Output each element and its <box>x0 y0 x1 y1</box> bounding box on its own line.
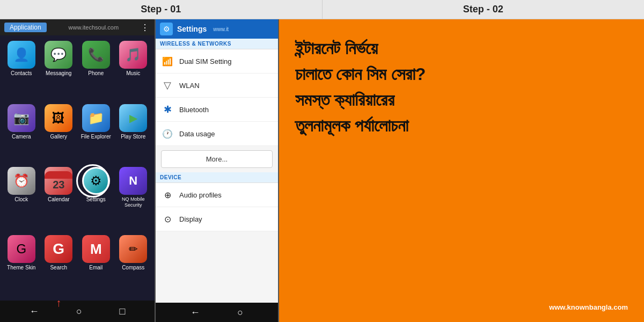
theme-skin-label: Theme Skin <box>7 265 35 271</box>
file-explorer-icon: 📁 <box>82 104 110 132</box>
wireless-networks-header: WIRELESS & NETWORKS <box>156 39 278 49</box>
display-icon: ⊙ <box>161 213 174 225</box>
clock-label: Clock <box>14 196 28 203</box>
settings-item-data-usage[interactable]: 🕐 Data usage <box>156 122 278 146</box>
calendar-label: Calendar <box>48 196 70 203</box>
app-music[interactable]: 🎵 Music <box>116 41 151 101</box>
dual-sim-icon: 📶 <box>161 55 174 68</box>
audio-profiles-label: Audio profiles <box>179 191 222 199</box>
messaging-label: Messaging <box>46 70 71 77</box>
settings-title: Settings <box>177 25 207 33</box>
text-panel: ইন্টারনেট নির্ভয়ে চালাতে কোন সিম সেরা? … <box>279 19 644 322</box>
menu-dots[interactable]: ⋮ <box>141 23 150 33</box>
app-grid: 👤 Contacts 💬 Messaging 📞 Phone 🎵 Music 📷 <box>0 35 155 301</box>
more-button-label: More... <box>206 155 228 163</box>
phone1-screen: Application www.itechsoul.com ⋮ 👤 Contac… <box>0 19 156 322</box>
email-icon: M <box>82 235 110 263</box>
settings-url: www.it <box>213 26 229 32</box>
search-icon: G <box>45 235 72 263</box>
heading-line4: তুলনামূলক পর্যালোচনা <box>295 116 408 135</box>
step1-label: Step - 01 <box>130 4 192 14</box>
app-messaging[interactable]: 💬 Messaging <box>42 41 76 101</box>
bluetooth-icon: ✱ <box>161 103 174 116</box>
settings-item-dual-sim[interactable]: 📶 Dual SIM Setting <box>156 49 278 74</box>
clock-icon: ⏰ <box>8 167 35 195</box>
app-search[interactable]: G Search ↑ <box>42 235 76 295</box>
header: Step - 01 Step - 02 <box>0 0 644 19</box>
app-calendar[interactable]: 23 Calendar <box>42 167 76 232</box>
app-contacts[interactable]: 👤 Contacts <box>4 41 39 101</box>
theme-skin-icon: G <box>8 235 35 263</box>
phone2-home-button[interactable]: ○ <box>237 307 243 318</box>
settings-label: Settings <box>86 196 106 203</box>
app-email[interactable]: M Email <box>79 235 113 295</box>
phone2-back-button[interactable]: ← <box>191 307 200 318</box>
device-section-header: DEVICE <box>156 172 278 183</box>
back-button[interactable]: ← <box>30 306 39 317</box>
nq-mobile-label: NQ Mobile Security <box>116 196 151 208</box>
heading-line2: চালাতে কোন সিম সেরা? <box>295 64 426 84</box>
file-explorer-label: File Explorer <box>81 134 111 140</box>
phone-label: Phone <box>88 70 104 77</box>
app-play-store[interactable]: ▶ Play Store <box>116 104 151 164</box>
app-theme-skin[interactable]: G Theme Skin <box>4 235 39 295</box>
more-button[interactable]: More... ← <box>161 150 273 168</box>
dual-sim-label: Dual SIM Setting <box>179 57 232 65</box>
search-arrow-up: ↑ <box>56 297 61 309</box>
camera-icon: 📷 <box>8 104 35 132</box>
app-file-explorer[interactable]: 📁 File Explorer <box>79 104 113 164</box>
app-clock[interactable]: ⏰ Clock <box>4 167 39 232</box>
audio-profiles-icon: ⊕ <box>161 188 174 201</box>
compass-icon: ✏ <box>119 235 147 263</box>
data-usage-icon: 🕐 <box>161 127 174 140</box>
gallery-icon: 🖼 <box>45 104 72 132</box>
heading-line3: সমস্ত ক্যারিয়ারের <box>295 90 394 109</box>
app-gallery[interactable]: 🖼 Gallery <box>42 104 76 164</box>
settings-item-wlan[interactable]: ▽ WLAN <box>156 74 278 98</box>
step2-label: Step - 02 <box>452 4 514 14</box>
email-label: Email <box>89 265 103 271</box>
gallery-label: Gallery <box>50 134 67 140</box>
settings-topbar: ⚙ Settings www.it <box>156 19 278 39</box>
application-tab[interactable]: Application <box>4 23 47 32</box>
phone-icon: 📞 <box>82 41 110 69</box>
settings-item-display[interactable]: ⊙ Display <box>156 207 278 231</box>
app-compass[interactable]: ✏ Compass <box>116 235 151 295</box>
settings-item-bluetooth[interactable]: ✱ Bluetooth <box>156 98 278 122</box>
camera-label: Camera <box>12 134 31 140</box>
recent-button[interactable]: □ <box>119 306 125 317</box>
data-usage-label: Data usage <box>179 130 215 138</box>
compass-label: Compass <box>122 265 144 271</box>
search-label: Search <box>50 265 67 271</box>
nq-mobile-icon: N <box>119 167 147 195</box>
phone1-nav: ← ○ □ <box>0 301 155 322</box>
main-content: Application www.itechsoul.com ⋮ 👤 Contac… <box>0 19 644 322</box>
phone2-screen: ⚙ Settings www.it WIRELESS & NETWORKS 📶 … <box>156 19 279 322</box>
app-nq-mobile[interactable]: N NQ Mobile Security <box>116 167 151 232</box>
bluetooth-label: Bluetooth <box>179 106 209 114</box>
settings-icon: ⚙ <box>82 167 110 195</box>
play-store-label: Play Store <box>121 134 145 140</box>
wlan-icon: ▽ <box>161 79 174 92</box>
bangla-heading: ইন্টারনেট নির্ভয়ে চালাতে কোন সিম সেরা? … <box>295 35 628 138</box>
phone1-topbar: Application www.itechsoul.com ⋮ <box>0 19 155 35</box>
messaging-icon: 💬 <box>45 41 72 69</box>
play-store-icon: ▶ <box>119 104 147 132</box>
music-label: Music <box>126 70 140 77</box>
website-credit: www.knownbangla.com <box>295 303 628 311</box>
app-settings[interactable]: ⚙ Settings ↑ <box>79 167 113 232</box>
heading-line1: ইন্টারনেট নির্ভয়ে <box>295 39 378 58</box>
contacts-icon: 👤 <box>8 41 35 69</box>
display-label: Display <box>179 215 202 223</box>
app-phone[interactable]: 📞 Phone <box>79 41 113 101</box>
wlan-label: WLAN <box>179 82 200 90</box>
contacts-label: Contacts <box>11 70 32 77</box>
phone2-nav: ← ○ <box>156 303 278 322</box>
home-button[interactable]: ○ <box>76 306 82 317</box>
app-camera[interactable]: 📷 Camera <box>4 104 39 164</box>
calendar-icon: 23 <box>45 167 72 195</box>
settings-icon-box: ⚙ <box>160 23 173 35</box>
settings-item-audio[interactable]: ⊕ Audio profiles <box>156 183 278 207</box>
phone1-url: www.itechsoul.com <box>69 24 119 31</box>
music-icon: 🎵 <box>119 41 147 69</box>
